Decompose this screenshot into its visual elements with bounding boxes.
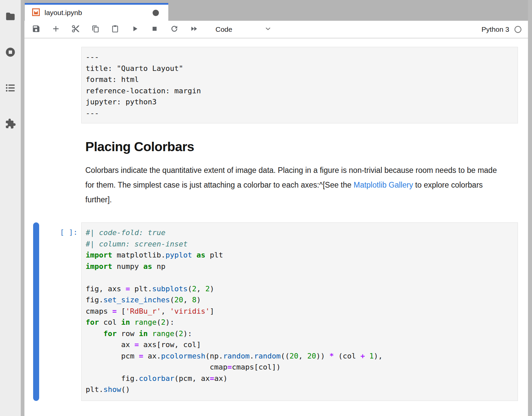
editor-line (86, 272, 514, 283)
table-of-contents-icon (5, 82, 16, 95)
raw-cell-editor[interactable]: ---title: "Quarto Layout"format: htmlref… (81, 47, 518, 123)
editor-line: import matplotlib.pyplot as plt (86, 249, 514, 261)
run-all-icon (190, 24, 198, 34)
editor-line: #| code-fold: true (86, 227, 514, 238)
notebook-toolbar: Code Python 3 (24, 21, 532, 38)
editor-line: jupyter: python3 (86, 96, 514, 108)
jupyterlab-window: layout.ipynb (0, 0, 532, 416)
editor-line: --- (86, 51, 514, 63)
add-cell-icon (52, 24, 60, 34)
run-all-cells-button[interactable] (190, 25, 198, 34)
cut-icon (71, 24, 80, 34)
page-title: Placing Colorbars (85, 139, 532, 154)
notebook-file-icon (31, 8, 40, 18)
matplotlib-gallery-link[interactable]: Matplotlib Gallery (354, 181, 413, 189)
run-icon (130, 24, 139, 34)
code-cell-editor[interactable]: #| code-fold: true#| column: screen-inse… (81, 222, 518, 401)
tab-layout-ipynb[interactable]: layout.ipynb (25, 3, 168, 21)
markdown-cell[interactable]: Placing Colorbars Colorbars indicate the… (85, 139, 532, 207)
code-cell[interactable]: [ ]: #| code-fold: true#| column: screen… (33, 222, 532, 401)
unsaved-changes-indicator[interactable] (153, 10, 159, 16)
add-cell-button[interactable] (52, 25, 60, 34)
save-icon (32, 24, 40, 34)
editor-line: ax = axs[row, col] (86, 339, 514, 350)
window-right-edge (528, 0, 532, 416)
sidebar-item-table-of-contents[interactable] (4, 83, 16, 95)
cell-type-dropdown[interactable]: Code (215, 25, 272, 34)
cell-collapser[interactable] (33, 222, 39, 401)
markdown-paragraph: Colorbars indicate the quantitative exte… (85, 163, 502, 207)
cell-type-value: Code (215, 25, 232, 33)
cut-cells-button[interactable] (71, 25, 80, 34)
editor-line: import numpy as np (86, 261, 514, 272)
editor-line: fig.colorbar(pcm, ax=ax) (86, 373, 514, 384)
editor-line: cmaps = ['RdBu_r', 'viridis'] (86, 306, 514, 317)
sidebar-item-extensions[interactable] (4, 118, 16, 130)
sidebar-item-files[interactable] (4, 11, 16, 23)
kernel-name[interactable]: Python 3 (481, 25, 509, 33)
raw-cell-yaml[interactable]: ---title: "Quarto Layout"format: htmlref… (81, 47, 532, 123)
editor-line: fig, axs = plt.subplots(2, 2) (86, 283, 514, 295)
editor-line: format: html (86, 74, 514, 85)
tab-title: layout.ipynb (45, 9, 149, 17)
editor-line: fig.set_size_inches(20, 8) (86, 294, 514, 306)
chevron-down-icon (264, 25, 272, 34)
editor-line: for row in range(2): (86, 328, 514, 339)
notebook-content: ---title: "Quarto Layout"format: htmlref… (24, 38, 532, 416)
sidebar-item-running-kernels[interactable] (4, 47, 16, 59)
copy-icon (91, 24, 100, 34)
left-sidebar (0, 0, 21, 416)
paste-icon (111, 24, 119, 34)
editor-line: --- (86, 108, 514, 119)
run-cell-button[interactable] (130, 25, 139, 34)
running-kernels-icon (5, 46, 16, 59)
editor-line: #| column: screen-inset (86, 238, 514, 250)
editor-line: cmap=cmaps[col]) (86, 361, 514, 373)
restart-kernel-button[interactable] (170, 25, 179, 34)
folder-icon (5, 11, 16, 23)
editor-line: pcm = ax.pcolormesh(np.random.random((20… (86, 350, 514, 362)
restart-icon (170, 24, 179, 34)
extensions-icon (5, 118, 16, 131)
stop-icon (150, 24, 159, 34)
sidebar-resize-handle[interactable] (21, 0, 24, 416)
editor-line: plt.show() (86, 384, 514, 395)
cell-prompt: [ ]: (53, 227, 78, 238)
kernel-status-icon[interactable] (514, 25, 522, 33)
editor-line: reference-location: margin (86, 85, 514, 97)
dock-tab-bar: layout.ipynb (24, 0, 532, 21)
paste-cells-button[interactable] (111, 25, 119, 34)
editor-line: for col in range(2): (86, 317, 514, 328)
copy-cells-button[interactable] (91, 25, 100, 34)
interrupt-kernel-button[interactable] (150, 25, 159, 34)
save-button[interactable] (32, 25, 40, 34)
editor-line: title: "Quarto Layout" (86, 63, 514, 74)
